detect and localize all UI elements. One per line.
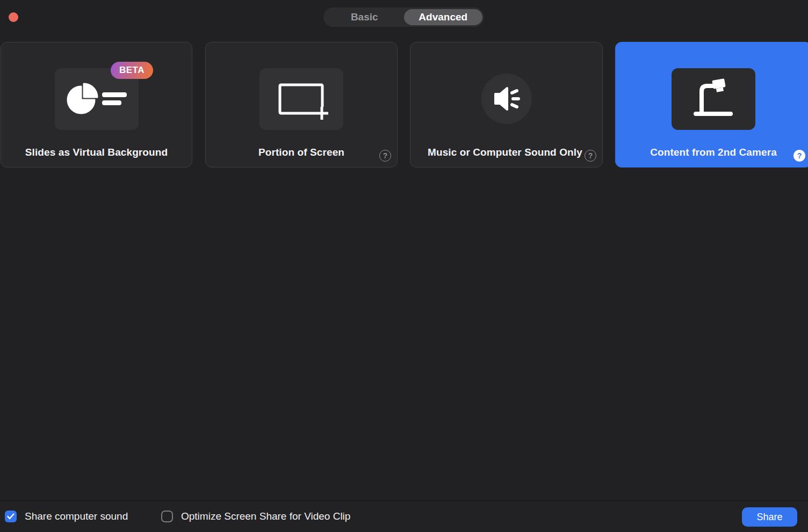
screen-portion-plus-icon: [259, 68, 343, 130]
share-computer-sound-label: Share computer sound: [25, 511, 128, 522]
tab-advanced[interactable]: Advanced: [404, 9, 483, 25]
window-close-button[interactable]: [9, 12, 18, 22]
share-option-music-or-computer-sound-only[interactable]: ? Music or Computer Sound Only: [410, 42, 603, 167]
beta-badge: BETA: [111, 62, 153, 79]
optimize-video-clip-checkbox[interactable]: [161, 511, 173, 522]
card-label: Content from 2nd Camera: [616, 147, 808, 158]
footer-bar: Share computer sound Optimize Screen Sha…: [0, 501, 808, 532]
share-mode-tabs: Basic Advanced: [323, 8, 484, 27]
speaker-sound-icon: [481, 74, 532, 124]
share-computer-sound-option[interactable]: Share computer sound: [5, 501, 128, 532]
card-label: Slides as Virtual Background: [1, 147, 192, 158]
optimize-video-clip-option[interactable]: Optimize Screen Share for Video Clip: [161, 501, 350, 532]
share-option-slides-virtual-background[interactable]: BETA Slides as Virtual Background: [1, 42, 192, 167]
share-computer-sound-checkbox[interactable]: [5, 511, 17, 522]
card-label: Music or Computer Sound Only: [428, 147, 602, 158]
share-option-portion-of-screen[interactable]: ? Portion of Screen: [205, 42, 398, 167]
tab-basic[interactable]: Basic: [325, 9, 404, 25]
share-option-content-from-2nd-camera[interactable]: ? Content from 2nd Camera: [615, 42, 808, 167]
card-label: Portion of Screen: [206, 147, 397, 158]
document-camera-icon: [672, 68, 755, 130]
optimize-video-clip-label: Optimize Screen Share for Video Clip: [181, 511, 350, 522]
checkmark-icon: [7, 513, 15, 520]
share-button[interactable]: Share: [742, 507, 797, 527]
